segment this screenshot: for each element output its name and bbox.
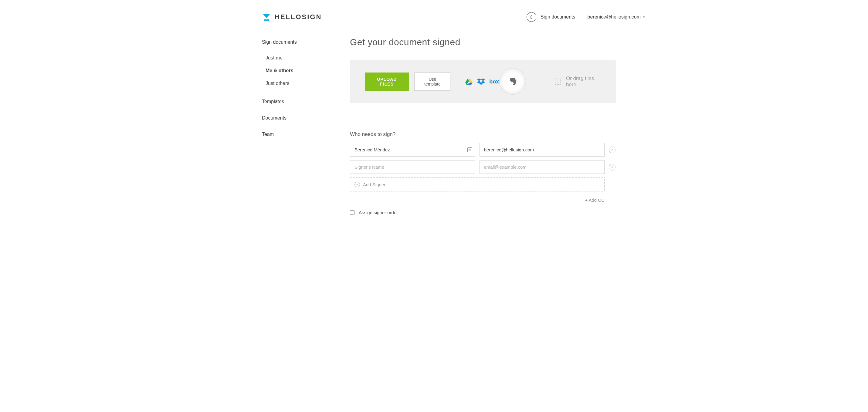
onedrive-icon[interactable] <box>514 78 517 86</box>
google-drive-icon[interactable] <box>465 78 473 86</box>
drag-files-label: Or drag files here <box>566 75 600 88</box>
use-template-button[interactable]: Use template <box>414 72 451 91</box>
sidebar-sign-documents[interactable]: Sign documents <box>262 39 350 45</box>
svg-marker-7 <box>481 78 485 81</box>
assign-order-checkbox[interactable] <box>350 210 354 215</box>
vertical-divider <box>541 72 541 91</box>
sidebar-item-just-me[interactable]: Just me <box>266 52 350 64</box>
upload-panel: UPLOAD FILES Use template <box>350 60 616 103</box>
dropbox-icon[interactable] <box>477 78 485 86</box>
main-content: Get your document signed UPLOAD FILES Us… <box>350 37 616 215</box>
sidebar: Sign documents Just me Me & others Just … <box>262 37 350 215</box>
sidebar-item-me-others[interactable]: Me & others <box>266 64 350 77</box>
header: HELLOSIGN Sign documents berenice@hellos… <box>223 0 645 37</box>
logo[interactable]: HELLOSIGN <box>262 12 322 22</box>
evernote-icon[interactable] <box>501 78 509 86</box>
add-signer-button[interactable]: + Add Signer <box>350 178 604 191</box>
chevron-down-icon: ▾ <box>643 15 645 19</box>
remove-signer-button[interactable]: ✕ <box>609 147 616 153</box>
sidebar-item-just-others[interactable]: Just others <box>266 77 350 90</box>
close-icon: ✕ <box>611 165 614 169</box>
signer-name-input[interactable] <box>350 160 475 174</box>
page-title: Get your document signed <box>350 37 616 47</box>
remove-signer-button[interactable]: ✕ <box>609 164 616 170</box>
pen-icon <box>527 12 536 22</box>
svg-marker-0 <box>262 14 271 18</box>
signer-email-input[interactable] <box>479 160 605 174</box>
signer-row: ▭ ✕ <box>350 143 616 157</box>
sign-documents-link[interactable]: Sign documents <box>527 12 576 22</box>
svg-marker-6 <box>477 78 481 81</box>
user-email: berenice@hellosign.com <box>588 14 641 20</box>
drag-files-area[interactable]: ↓ Or drag files here <box>555 75 600 88</box>
sidebar-documents[interactable]: Documents <box>262 115 350 121</box>
contact-card-icon[interactable]: ▭ <box>467 148 472 152</box>
plus-icon: + <box>354 182 360 187</box>
add-signer-label: Add Signer <box>363 182 385 187</box>
user-menu[interactable]: berenice@hellosign.com ▾ <box>588 14 645 20</box>
download-icon: ↓ <box>555 78 561 85</box>
add-cc-link[interactable]: + Add CC <box>350 197 616 203</box>
svg-rect-1 <box>264 20 269 21</box>
divider <box>350 119 616 119</box>
signer-name-input[interactable] <box>350 143 475 157</box>
integration-icons: box <box>465 78 517 86</box>
sidebar-templates[interactable]: Templates <box>262 99 350 104</box>
upload-files-button[interactable]: UPLOAD FILES <box>365 72 409 91</box>
close-icon: ✕ <box>611 148 614 151</box>
assign-signer-order: Assign signer order <box>350 210 616 215</box>
logo-text: HELLOSIGN <box>275 13 322 21</box>
signer-row: ✕ <box>350 160 616 174</box>
box-icon[interactable]: box <box>489 78 497 86</box>
logo-mark-icon <box>262 12 271 22</box>
who-needs-sign-label: Who needs to sign? <box>350 131 616 137</box>
assign-order-label: Assign signer order <box>359 210 398 215</box>
signer-email-input[interactable] <box>479 143 605 157</box>
sidebar-team[interactable]: Team <box>262 132 350 137</box>
sign-documents-label: Sign documents <box>540 14 576 20</box>
